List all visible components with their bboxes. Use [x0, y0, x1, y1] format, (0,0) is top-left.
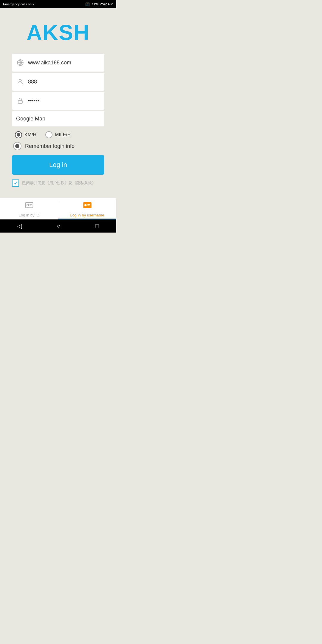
agreement-checkbox[interactable]: ✓: [12, 179, 19, 187]
active-indicator: [58, 219, 116, 219]
globe-icon: [16, 58, 24, 67]
svg-point-4: [19, 79, 21, 82]
remember-radio[interactable]: [13, 142, 21, 150]
back-button[interactable]: ◁: [11, 220, 28, 232]
login-by-id-label: Log in by ID: [19, 213, 39, 217]
server-field[interactable]: [12, 54, 104, 72]
home-button[interactable]: ○: [51, 220, 66, 232]
id-card-icon: ID: [25, 201, 34, 212]
time-display: 2:42 PM: [100, 2, 113, 6]
agreement-text: 已阅读并同意《用户协议》及《隐私条款》: [22, 180, 96, 186]
kmh-option[interactable]: KM/H: [15, 131, 36, 138]
svg-rect-14: [87, 205, 90, 206]
recents-button[interactable]: □: [89, 220, 105, 232]
kmh-radio[interactable]: [15, 131, 22, 138]
agreement-row[interactable]: ✓ 已阅读并同意《用户协议》及《隐私条款》: [12, 179, 96, 187]
map-select[interactable]: Google Map Baidu Map: [16, 116, 100, 122]
svg-point-12: [84, 204, 87, 206]
main-content: AKSH: [0, 8, 116, 198]
mileh-radio[interactable]: [45, 131, 52, 138]
vibrate-icon: 📳: [85, 2, 90, 6]
remember-label: Remember login info: [25, 143, 75, 149]
status-signal: Emergency calls only: [3, 2, 34, 6]
username-input[interactable]: [28, 79, 100, 85]
svg-point-7: [27, 204, 28, 206]
svg-rect-13: [87, 204, 90, 205]
bottom-tab-bar: ID Log in by ID Log in by username: [0, 198, 116, 219]
status-right: 📳 71% 2:42 PM: [85, 2, 113, 6]
svg-text:ID: ID: [27, 207, 28, 208]
login-by-username-label: Log in by username: [70, 213, 104, 217]
tab-login-by-username[interactable]: Log in by username: [58, 198, 116, 219]
remember-login-group[interactable]: Remember login info: [12, 142, 75, 150]
battery-level: 71%: [91, 2, 98, 6]
map-selector-field[interactable]: Google Map Baidu Map: [12, 111, 104, 126]
person-icon: [16, 78, 24, 86]
svg-rect-5: [18, 100, 22, 103]
login-button[interactable]: Log in: [12, 155, 104, 175]
password-input[interactable]: [28, 98, 100, 104]
password-field[interactable]: [12, 92, 104, 110]
lock-icon: [16, 97, 24, 105]
username-card-icon: [83, 201, 92, 212]
speed-unit-group: KM/H MILE/H: [12, 131, 71, 138]
username-field[interactable]: [12, 73, 104, 91]
tab-login-by-id[interactable]: ID Log in by ID: [0, 198, 58, 219]
mileh-label: MILE/H: [55, 132, 71, 137]
status-bar: Emergency calls only 📳 71% 2:42 PM: [0, 0, 116, 8]
mileh-option[interactable]: MILE/H: [45, 131, 71, 138]
kmh-label: KM/H: [24, 132, 36, 137]
server-input[interactable]: [28, 60, 100, 66]
nav-bar: ◁ ○ □: [0, 219, 116, 233]
checkmark-icon: ✓: [14, 180, 18, 186]
app-logo: AKSH: [27, 20, 90, 45]
